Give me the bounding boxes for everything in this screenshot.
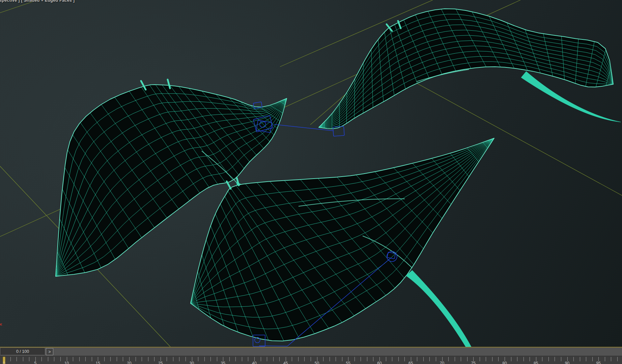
- main-window: spective ] [ Shaded + Edged Faces ] ✕ 0 …: [0, 0, 622, 364]
- ruler-tick: [54, 357, 54, 361]
- ruler-tick: [136, 357, 136, 361]
- ruler-tick: [148, 357, 148, 361]
- ruler-tick: [79, 357, 80, 361]
- ruler-tick: [298, 357, 299, 361]
- frame-number-field[interactable]: 0 / 100: [1, 348, 45, 355]
- ruler-tick: [173, 357, 173, 361]
- ruler-tick: [142, 357, 142, 361]
- ruler-tick: [110, 357, 111, 361]
- ruler-frame-label: 80: [498, 361, 511, 364]
- ruler-tick: [48, 357, 48, 361]
- ruler-tick: [524, 357, 524, 361]
- ruler-tick: [492, 357, 492, 361]
- helper-link-line: [259, 346, 287, 346]
- ruler-frame-label: 55: [341, 361, 355, 364]
- next-frame-button[interactable]: >: [46, 348, 53, 355]
- ruler-tick: [611, 357, 611, 361]
- ruler-tick: [229, 357, 230, 361]
- manta-tail: [406, 270, 472, 347]
- ruler-tick: [486, 357, 486, 361]
- ruler-tick: [167, 357, 167, 361]
- ruler-frame-label: 25: [154, 361, 167, 364]
- ruler-tick: [480, 357, 480, 361]
- ruler-tick: [555, 357, 555, 361]
- ruler-tick: [367, 357, 367, 361]
- ruler-tick: [117, 357, 117, 361]
- ruler-frame-label: 95: [592, 361, 605, 364]
- scene-canvas[interactable]: [0, 0, 622, 347]
- ruler-tick: [461, 357, 461, 361]
- ruler-tick: [267, 357, 267, 361]
- ruler-tick: [586, 357, 586, 361]
- ruler-frame-label: 85: [529, 361, 543, 364]
- ruler-tick: [10, 357, 11, 361]
- ruler-frame-label: 50: [310, 361, 324, 364]
- ruler-tick: [23, 357, 23, 361]
- viewport-label: spective ] [ Shaded + Edged Faces ]: [0, 0, 75, 3]
- ruler-tick: [448, 357, 449, 361]
- ruler-tick: [330, 357, 330, 361]
- ruler-tick: [104, 357, 105, 361]
- ruler-tick: [292, 357, 292, 361]
- ruler-tick: [511, 357, 511, 361]
- ruler-tick: [336, 357, 336, 361]
- ruler-tick: [41, 357, 42, 361]
- ruler-tick: [323, 357, 323, 361]
- ruler-tick: [73, 357, 73, 361]
- ruler-frame-label: 10: [60, 361, 74, 364]
- ruler-tick: [423, 357, 424, 361]
- ruler-tick: [242, 357, 242, 361]
- ruler-tick: [605, 357, 605, 361]
- ruler-frame-label: 20: [122, 361, 136, 364]
- ruler-tick: [517, 357, 517, 361]
- ruler-tick: [273, 357, 274, 361]
- ruler-tick: [361, 357, 361, 361]
- ruler-tick: [17, 357, 17, 361]
- viewport[interactable]: spective ] [ Shaded + Edged Faces ] ✕: [0, 0, 622, 347]
- ruler-tick: [542, 357, 542, 361]
- ruler-tick: [617, 357, 618, 361]
- ruler-tick: [386, 357, 386, 361]
- frame-bar: 0 / 100 >: [0, 347, 622, 356]
- ruler-frame-label: 0: [0, 361, 11, 364]
- ruler-frame-label: 65: [404, 361, 418, 364]
- cephalic-fin: [227, 181, 231, 189]
- ruler-tick: [85, 357, 86, 361]
- ruler-tick: [261, 357, 261, 361]
- ruler-frame-label: 35: [216, 361, 230, 364]
- ruler-tick: [455, 357, 455, 361]
- ruler-tick: [235, 357, 236, 361]
- ruler-frame-label: 75: [466, 361, 480, 364]
- ruler-tick: [398, 357, 399, 361]
- ruler-tick: [580, 357, 580, 361]
- ruler-frame-label: 15: [91, 361, 105, 364]
- ruler-tick: [392, 357, 392, 361]
- ruler-frame-label: 5: [29, 361, 42, 364]
- ruler-frame-label: 40: [248, 361, 261, 364]
- ruler-tick: [210, 357, 211, 361]
- manta-top-right[interactable]: [319, 9, 621, 129]
- ruler-frame-label: 60: [373, 361, 386, 364]
- ruler-tick: [429, 357, 430, 361]
- ruler-frame-label: 70: [435, 361, 449, 364]
- ruler-frame-label: 30: [185, 361, 199, 364]
- ruler-frame-label: 90: [561, 361, 574, 364]
- ruler-tick: [198, 357, 198, 361]
- ruler-tick: [204, 357, 205, 361]
- ruler-tick: [417, 357, 417, 361]
- axis-x-marker: ✕: [0, 322, 2, 327]
- ruler-tick: [304, 357, 305, 361]
- ruler-tick: [573, 357, 574, 361]
- ruler-tick: [548, 357, 549, 361]
- ruler-frame-label: 45: [279, 361, 292, 364]
- timeline-ruler[interactable]: 05101520253035404550556065707580859095: [0, 356, 622, 364]
- ruler-tick: [355, 357, 355, 361]
- ruler-tick: [179, 357, 179, 361]
